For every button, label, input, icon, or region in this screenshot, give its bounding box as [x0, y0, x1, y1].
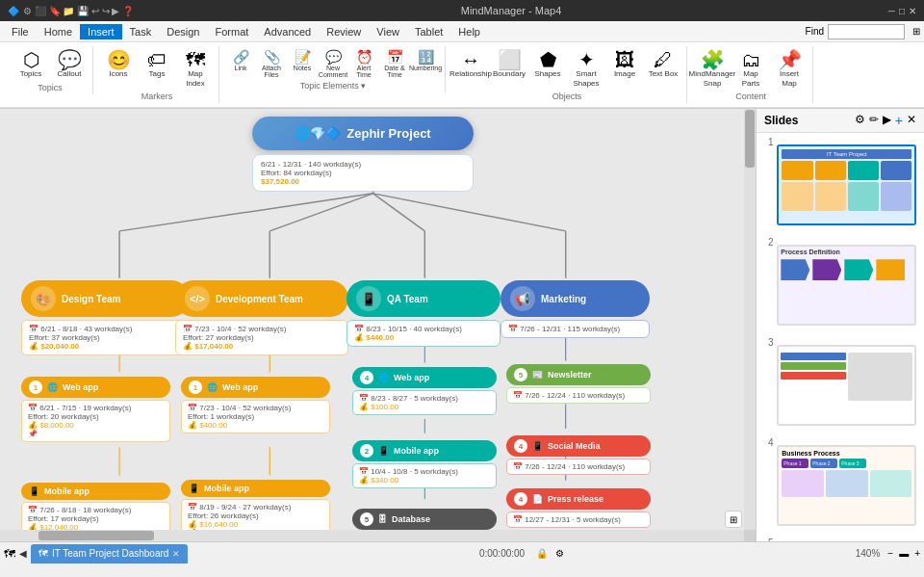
zoom-level: 140% [856, 548, 881, 559]
ribbon-btn-insert-map[interactable]: 📌 Insert Map [772, 48, 807, 90]
layout-toggle[interactable]: ⊞ [912, 26, 920, 37]
snap-icon: 🧩 [701, 50, 725, 69]
maximize-btn[interactable]: □ [899, 6, 905, 16]
zoom-slider[interactable]: ▬ [899, 548, 909, 559]
newsletter-node[interactable]: 5 📰 Newsletter 📅 7/26 - 12/24 · 110 work… [506, 364, 651, 404]
marketing-label: Marketing [541, 294, 586, 304]
scrollbar-vertical[interactable] [744, 109, 756, 541]
slide-3-wrapper: 3 [757, 333, 924, 433]
ribbon-btn-relationship[interactable]: ↔ Relationship [453, 48, 488, 81]
dev-mobileapp-label: Mobile app [204, 484, 249, 493]
ribbon-btn-image[interactable]: 🖼 Image [607, 48, 642, 81]
main-area: 🌐💎🔷 Zephir Project 6/21 - 12/31 · 140 wo… [0, 109, 924, 541]
root-label: Zephir Project [346, 126, 430, 141]
slide-4-wrapper: 4 Business Process Phase 1 Phase 2 Phase… [757, 433, 924, 534]
pressrelease-node[interactable]: 4 📄 Press release 📅 12/27 - 12/31 · 5 wo… [506, 488, 651, 528]
root-node[interactable]: 🌐💎🔷 Zephir Project 6/21 - 12/31 · 140 wo… [252, 117, 474, 192]
tab-close-btn[interactable]: ✕ [172, 549, 180, 559]
nav-prev-icon[interactable]: ◀ [19, 548, 27, 559]
zoom-fit-btn[interactable]: ⊞ [725, 511, 742, 528]
boundary-icon: ⬜ [498, 50, 522, 69]
socialmedia-node[interactable]: 4 📱 Social Media 📅 7/26 - 12/24 · 110 wo… [506, 435, 651, 475]
menu-tablet[interactable]: Tablet [407, 24, 450, 39]
ribbon-group-content: 🧩 MindManager Snap 🗂 Map Parts 📌 Insert … [689, 46, 813, 103]
close-btn[interactable]: ✕ [909, 6, 916, 16]
svg-line-5 [373, 194, 425, 231]
menu-help[interactable]: Help [450, 24, 488, 39]
menu-insert[interactable]: Insert [80, 24, 122, 39]
tags-icon: 🏷 [147, 50, 167, 69]
qa-mobileapp-node[interactable]: 2 📱 Mobile app 📅 10/4 - 10/8 · 5 workday… [352, 440, 497, 488]
menubar: File Home Insert Task Design Format Adva… [0, 21, 924, 42]
minimize-btn[interactable]: ─ [888, 6, 895, 16]
menu-task[interactable]: Task [122, 24, 160, 39]
scrollbar-horizontal[interactable] [0, 530, 744, 541]
design-team-node[interactable]: 🎨 Design Team 📅 6/21 - 8/18 · 43 workday… [21, 280, 190, 355]
scroll-thumb-v[interactable] [745, 110, 755, 168]
lock-icon: 🔒 [536, 548, 548, 559]
scroll-corner [744, 530, 756, 541]
ribbon-btn-notes[interactable]: 📝 Notes [289, 48, 316, 72]
svg-line-3 [270, 194, 372, 231]
scroll-thumb-h[interactable] [38, 531, 154, 540]
slide-4-thumb[interactable]: Business Process Phase 1 Phase 2 Phase 3 [777, 445, 916, 526]
slide-2-wrapper: 2 Process Definition [757, 233, 924, 333]
ribbon-btn-topics[interactable]: ⬡ Topics [13, 48, 48, 81]
slides-close-btn[interactable]: ✕ [907, 113, 916, 128]
qa-webapp-node[interactable]: 4 🌐 Web app 📅 8/23 - 8/27 · 5 workday(s)… [352, 367, 497, 415]
design-webapp-label: Web app [63, 382, 98, 392]
find-input[interactable] [828, 24, 905, 39]
ribbon-btn-tags[interactable]: 🏷 Tags [140, 48, 174, 81]
slides-add-btn[interactable]: + [895, 113, 903, 128]
qa-team-node[interactable]: 📱 QA Team 📅 8/23 - 10/15 · 40 workday(s)… [346, 280, 500, 347]
design-label: Design Team [62, 294, 121, 304]
zoom-out-btn[interactable]: − [887, 548, 893, 559]
ribbon-btn-numbering[interactable]: 🔢 Numbering [412, 48, 439, 72]
ribbon-btn-callout[interactable]: 💬 Callout [52, 48, 87, 81]
slide-2-num: 2 [768, 237, 774, 248]
ribbon: ⬡ Topics 💬 Callout Topics 😊 Icons 🏷 Ta [0, 42, 924, 109]
dev-team-node[interactable]: </> Development Team 📅 7/23 - 10/4 · 52 … [175, 280, 348, 355]
design-mobileapp-label: Mobile app [44, 486, 90, 496]
slide-1-thumb[interactable]: IT Team Project [777, 144, 916, 225]
canvas[interactable]: 🌐💎🔷 Zephir Project 6/21 - 12/31 · 140 wo… [0, 109, 756, 541]
ribbon-btn-smart-shapes[interactable]: ✦ Smart Shapes [569, 48, 603, 90]
slides-play-icon[interactable]: ▶ [883, 113, 891, 128]
slide-2-thumb[interactable]: Process Definition [777, 245, 916, 326]
slides-edit-icon[interactable]: ✏ [869, 113, 879, 128]
menu-design[interactable]: Design [159, 24, 207, 39]
menu-view[interactable]: View [369, 24, 407, 39]
ribbon-btn-boundary[interactable]: ⬜ Boundary [492, 48, 526, 81]
settings-icon[interactable]: ⚙ [555, 548, 564, 559]
ribbon-group-markers: 😊 Icons 🏷 Tags 🗺 MapIndex Markers [95, 46, 219, 103]
attach-icon: 📎 [264, 49, 280, 65]
slides-settings-icon[interactable]: ⚙ [855, 113, 865, 128]
slide-3-thumb[interactable] [777, 345, 916, 426]
menu-home[interactable]: Home [37, 24, 80, 39]
mapindex-icon: 🗺 [186, 50, 205, 69]
ribbon-btn-shapes[interactable]: ⬟ Shapes [530, 48, 565, 81]
marketing-node[interactable]: 📢 Marketing 📅 7/26 - 12/31 · 115 workday… [500, 280, 650, 338]
ribbon-btn-datetime[interactable]: 📅 Date & Time [381, 48, 408, 79]
ribbon-group-topic-elements: 🔗 Link 📎 Attach Files 📝 Notes 💬 New Comm… [221, 46, 446, 92]
menu-advanced[interactable]: Advanced [256, 24, 319, 39]
zoom-in-btn[interactable]: + [914, 548, 920, 559]
ribbon-btn-snap[interactable]: 🧩 MindManager Snap [695, 48, 730, 90]
slide-1-wrapper: 1 IT Team Project [757, 133, 924, 233]
ribbon-btn-attach[interactable]: 📎 Attach Files [258, 48, 285, 79]
notes-icon: 📝 [295, 49, 311, 65]
ribbon-btn-alert[interactable]: ⏰ Alert Time [350, 48, 377, 79]
menu-format[interactable]: Format [207, 24, 256, 39]
menu-review[interactable]: Review [319, 24, 369, 39]
ribbon-btn-link[interactable]: 🔗 Link [227, 48, 254, 72]
design-webapp-node[interactable]: 1 🌐 Web app 📅 6/21 - 7/15 · 19 workday(s… [21, 377, 170, 442]
ribbon-btn-icons[interactable]: 😊 Icons [101, 48, 136, 81]
menu-file[interactable]: File [4, 24, 37, 39]
dev-webapp-node[interactable]: 1 🌐 Web app 📅 7/23 - 10/4 · 52 workday(s… [181, 377, 330, 433]
ribbon-btn-textbox[interactable]: 🖊 Text Box [646, 48, 680, 81]
tab-it-project[interactable]: 🗺 IT Team Project Dashboard ✕ [31, 544, 188, 564]
ribbon-btn-map-parts[interactable]: 🗂 Map Parts [733, 48, 768, 90]
ribbon-btn-mapindex[interactable]: 🗺 MapIndex [178, 48, 213, 90]
ribbon-btn-comment[interactable]: 💬 New Comment [320, 48, 346, 79]
titlebar: 🔷 ⚙ ⬛ 🔖 📁 💾 ↩ ↪ ▶ ❓ MindManager - Map4 ─… [0, 0, 924, 21]
